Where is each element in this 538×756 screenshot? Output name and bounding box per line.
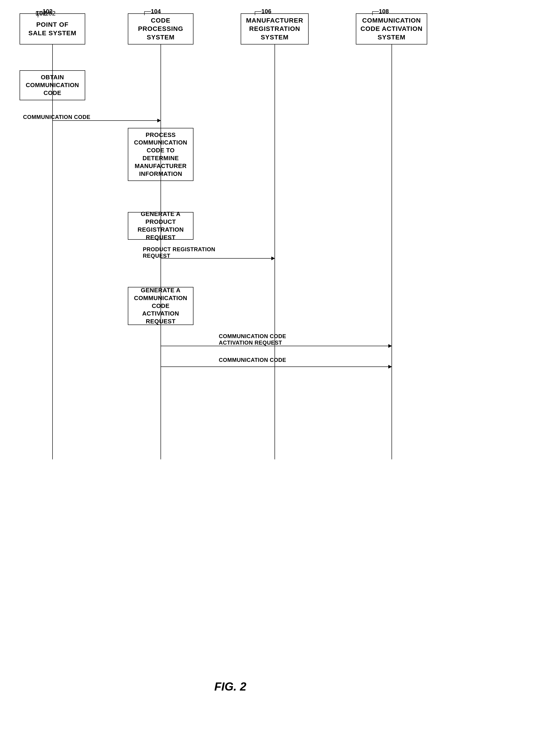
generate-product-reg-label: GENERATE A PRODUCTREGISTRATION REQUEST <box>128 210 193 241</box>
system-box-104-label: CODEPROCESSINGSYSTEM <box>138 16 183 41</box>
system-box-104: CODEPROCESSINGSYSTEM <box>128 13 193 44</box>
comm-code-act-arrow-label: COMMUNICATION CODEACTIVATION REQUEST <box>219 333 286 346</box>
ref-label-104: ┌─104 <box>142 8 161 15</box>
ref-label-108: ┌─108 <box>370 8 389 15</box>
comm-code-act-arrow <box>161 346 392 346</box>
ref-label-106: ┌─106 <box>253 8 271 15</box>
system-box-102-label: POINT OFSALE SYSTEM <box>28 21 77 37</box>
process-comm-code-label: PROCESSCOMMUNICATIONCODE TO DETERMINEMAN… <box>128 131 193 178</box>
figure-label: FIG. 2 <box>196 680 265 693</box>
product-reg-arrow-label: PRODUCT REGISTRATIONREQUEST <box>143 246 215 259</box>
system-box-106-label: MANUFACTURERREGISTRATIONSYSTEM <box>246 16 303 41</box>
process-box-generate-product-reg: GENERATE A PRODUCTREGISTRATION REQUEST <box>128 212 193 240</box>
lifeline-102 <box>52 44 53 459</box>
process-box-process-comm-code: PROCESSCOMMUNICATIONCODE TO DETERMINEMAN… <box>128 128 193 181</box>
system-box-108: COMMUNICATIONCODE ACTIVATIONSYSTEM <box>356 13 427 44</box>
system-box-106: MANUFACTURERREGISTRATIONSYSTEM <box>241 13 309 44</box>
process-box-generate-comm-code-act: GENERATE ACOMMUNICATION CODEACTIVATION R… <box>128 287 193 325</box>
lifeline-108 <box>392 44 392 459</box>
ref-label-102: ┌─102 <box>34 8 53 15</box>
process-box-obtain-comm-code: OBTAINCOMMUNICATIONCODE <box>20 70 85 100</box>
obtain-comm-code-label: OBTAINCOMMUNICATIONCODE <box>26 74 79 97</box>
comm-code-arrow-label: COMMUNICATION CODE <box>23 114 90 120</box>
comm-code-arrow <box>53 120 161 121</box>
system-box-108-label: COMMUNICATIONCODE ACTIVATIONSYSTEM <box>360 16 423 41</box>
diagram: ┌─102 102 POINT OFSALE SYSTEM CODEPROCES… <box>0 0 538 756</box>
comm-code-return-label: COMMUNICATION CODE <box>219 357 286 363</box>
comm-code-return-arrow <box>161 366 392 367</box>
lifeline-106 <box>275 44 275 459</box>
system-box-102: POINT OFSALE SYSTEM <box>20 13 85 44</box>
product-reg-arrow <box>161 258 275 259</box>
generate-comm-code-act-label: GENERATE ACOMMUNICATION CODEACTIVATION R… <box>128 286 193 326</box>
